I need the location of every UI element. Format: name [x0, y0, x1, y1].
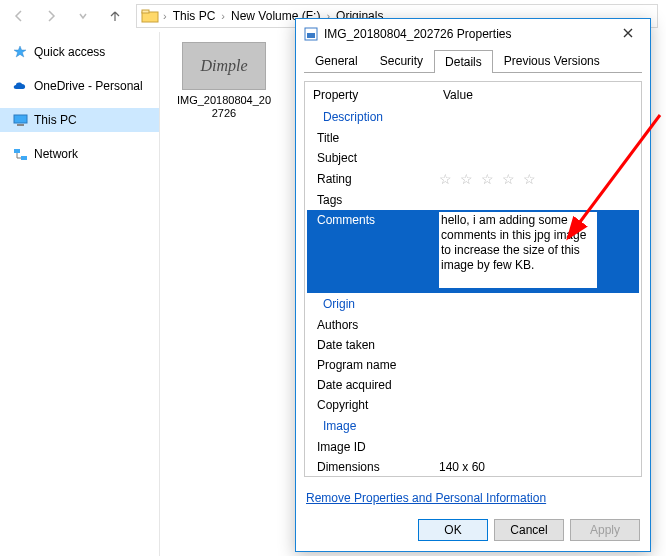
- property-row[interactable]: Title: [307, 128, 639, 148]
- cloud-icon: [12, 78, 28, 94]
- property-name: Date taken: [307, 335, 437, 355]
- tab-security[interactable]: Security: [369, 49, 434, 72]
- header-property[interactable]: Property: [313, 88, 443, 102]
- svg-rect-3: [17, 124, 24, 126]
- star-icon: [12, 44, 28, 60]
- folder-icon: [141, 7, 159, 25]
- properties-dialog: IMG_20180804_202726 Properties General S…: [295, 18, 651, 552]
- remove-properties-link[interactable]: Remove Properties and Personal Informati…: [296, 485, 650, 511]
- property-value: [437, 135, 639, 141]
- tab-details[interactable]: Details: [434, 50, 493, 73]
- chevron-right-icon: ›: [163, 10, 167, 22]
- breadcrumb-item-this-pc[interactable]: This PC: [171, 9, 218, 23]
- svg-rect-5: [21, 156, 27, 160]
- property-value: [437, 342, 639, 348]
- cancel-button[interactable]: Cancel: [494, 519, 564, 541]
- apply-button[interactable]: Apply: [570, 519, 640, 541]
- sidebar-item-this-pc[interactable]: This PC: [0, 108, 159, 132]
- group-header: Image: [307, 415, 639, 437]
- property-name: Copyright: [307, 395, 437, 415]
- property-row[interactable]: Tags: [307, 190, 639, 210]
- svg-rect-2: [14, 115, 27, 123]
- property-name: Subject: [307, 148, 437, 168]
- property-row[interactable]: Date taken: [307, 335, 639, 355]
- property-name: Date acquired: [307, 375, 437, 395]
- header-value[interactable]: Value: [443, 88, 633, 102]
- tab-previous-versions[interactable]: Previous Versions: [493, 49, 611, 72]
- property-name: Title: [307, 128, 437, 148]
- property-row[interactable]: Image ID: [307, 437, 639, 457]
- sidebar-item-quick-access[interactable]: Quick access: [0, 40, 159, 64]
- dialog-button-row: OK Cancel Apply: [296, 511, 650, 551]
- property-name: Image ID: [307, 437, 437, 457]
- property-value: [437, 197, 639, 203]
- property-row[interactable]: Dimensions140 x 60: [307, 457, 639, 472]
- property-value: [437, 362, 639, 368]
- property-row[interactable]: Date acquired: [307, 375, 639, 395]
- network-icon: [12, 146, 28, 162]
- dialog-tabs: General Security Details Previous Versio…: [304, 49, 642, 72]
- details-panel: Property Value DescriptionTitleSubjectRa…: [304, 81, 642, 477]
- sidebar-item-label: Network: [34, 147, 78, 161]
- property-value: [437, 322, 639, 328]
- svg-rect-7: [307, 33, 315, 38]
- property-row[interactable]: Program name: [307, 355, 639, 375]
- sidebar-item-label: Quick access: [34, 45, 105, 59]
- comments-input[interactable]: [438, 211, 598, 289]
- details-column-headers: Property Value: [307, 84, 639, 106]
- property-name: Dimensions: [307, 457, 437, 472]
- file-item[interactable]: Dimple IMG_20180804_202726: [176, 42, 272, 120]
- rating-stars[interactable]: ☆ ☆ ☆ ☆ ☆: [439, 171, 538, 187]
- forward-button[interactable]: [40, 5, 62, 27]
- property-value: [437, 155, 639, 161]
- image-file-icon: [304, 27, 318, 41]
- up-button[interactable]: [104, 5, 126, 27]
- property-row[interactable]: Comments: [307, 210, 639, 293]
- dialog-titlebar[interactable]: IMG_20180804_202726 Properties: [296, 19, 650, 49]
- property-name: Comments: [307, 210, 437, 230]
- pc-icon: [12, 112, 28, 128]
- ok-button[interactable]: OK: [418, 519, 488, 541]
- chevron-right-icon: ›: [221, 10, 225, 22]
- property-row[interactable]: Rating☆ ☆ ☆ ☆ ☆: [307, 168, 639, 190]
- back-button[interactable]: [8, 5, 30, 27]
- property-value[interactable]: [437, 210, 639, 293]
- svg-rect-4: [14, 149, 20, 153]
- dialog-title: IMG_20180804_202726 Properties: [324, 27, 511, 41]
- property-value: [437, 402, 639, 408]
- property-value: ☆ ☆ ☆ ☆ ☆: [437, 168, 639, 190]
- sidebar-item-label: This PC: [34, 113, 77, 127]
- property-value: 140 x 60: [437, 457, 639, 472]
- property-row[interactable]: Copyright: [307, 395, 639, 415]
- recent-locations-button[interactable]: [72, 5, 94, 27]
- sidebar-item-label: OneDrive - Personal: [34, 79, 143, 93]
- property-name: Tags: [307, 190, 437, 210]
- close-button[interactable]: [614, 22, 642, 46]
- details-list[interactable]: DescriptionTitleSubjectRating☆ ☆ ☆ ☆ ☆Ta…: [307, 106, 639, 472]
- property-name: Rating: [307, 169, 437, 189]
- property-row[interactable]: Authors: [307, 315, 639, 335]
- group-header: Description: [307, 106, 639, 128]
- file-thumbnail: Dimple: [182, 42, 266, 90]
- property-row[interactable]: Subject: [307, 148, 639, 168]
- property-name: Program name: [307, 355, 437, 375]
- property-value: [437, 444, 639, 450]
- tab-general[interactable]: General: [304, 49, 369, 72]
- sidebar-item-network[interactable]: Network: [0, 142, 159, 166]
- file-name-label: IMG_20180804_202726: [176, 94, 272, 120]
- sidebar-item-onedrive[interactable]: OneDrive - Personal: [0, 74, 159, 98]
- property-value: [437, 382, 639, 388]
- group-header: Origin: [307, 293, 639, 315]
- svg-rect-1: [142, 10, 149, 13]
- navigation-pane: Quick access OneDrive - Personal This PC…: [0, 32, 160, 556]
- property-name: Authors: [307, 315, 437, 335]
